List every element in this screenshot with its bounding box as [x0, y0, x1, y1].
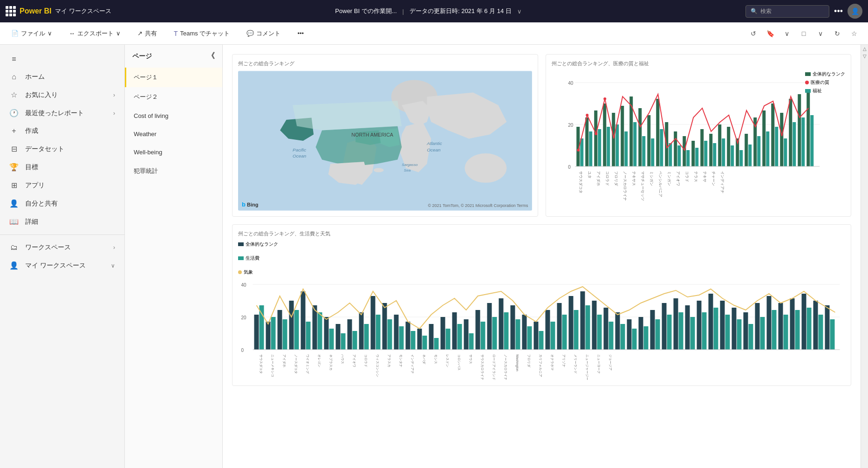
svg-rect-179	[720, 301, 725, 350]
svg-rect-147	[534, 322, 539, 350]
more-icon: •••	[297, 30, 304, 37]
svg-text:テラス: テラス	[694, 171, 698, 182]
more-options-button[interactable]: •••	[294, 28, 308, 39]
file-button[interactable]: 📄 ファイル ∨	[7, 28, 56, 40]
undo-button[interactable]: ↺	[747, 27, 760, 40]
scroll-up-arrow[interactable]: △	[861, 45, 868, 52]
star-icon: ☆	[9, 90, 19, 99]
page-item-wellbeing[interactable]: Well-being	[125, 143, 222, 161]
svg-text:ミシガン: ミシガン	[649, 171, 654, 186]
crime-label: 犯罪統計	[134, 167, 158, 174]
cost-of-living-label: Cost of living	[134, 112, 168, 119]
svg-text:メリーランド: メリーランド	[574, 354, 577, 374]
legend-overall-label: 全体的なランク	[813, 71, 845, 77]
page-item-cost-of-living[interactable]: Cost of living	[125, 107, 222, 125]
sidebar-item-my-workspace[interactable]: 👤 マイ ワークスペース ∨	[0, 256, 124, 275]
svg-rect-137	[476, 310, 480, 350]
map-container[interactable]: Pacific Ocean Atlantic Ocean Sargasso Se…	[238, 71, 532, 211]
sidebar-item-home[interactable]: ⌂ ホーム	[0, 68, 124, 86]
top-right-chart: 全体的なランク 医療の質 福祉 40 20 0	[552, 71, 846, 211]
sidebar-item-datasets[interactable]: ⊟ データセット	[0, 140, 124, 158]
teams-label: Teams でチャット	[180, 29, 230, 38]
svg-text:ハウス: ハウス	[341, 354, 344, 364]
svg-rect-163	[627, 319, 632, 350]
search-box[interactable]: 🔍 検索	[745, 5, 829, 18]
my-workspace-chevron-icon: ∨	[111, 262, 115, 269]
svg-rect-150	[551, 322, 555, 350]
share-button[interactable]: ↗ 共有	[134, 28, 161, 40]
svg-rect-100	[260, 305, 264, 350]
svg-text:アラスカ: アラスカ	[388, 354, 391, 367]
sidebar-create-label: 作成	[25, 127, 38, 135]
sidebar-item-workspace[interactable]: 🗂 ワークスペース ›	[0, 239, 124, 256]
bookmark-chevron[interactable]: ∨	[780, 27, 793, 40]
update-text: データの更新日時: 2021 年 6 月 14 日	[410, 7, 512, 15]
svg-text:カリフォルニア: カリフォルニア	[539, 354, 542, 377]
bottom-overall-label: 全体的なランク	[246, 241, 278, 248]
svg-rect-102	[271, 317, 276, 350]
svg-rect-116	[353, 331, 357, 350]
svg-rect-58	[757, 136, 760, 166]
svg-text:ノースカロライナ: ノースカロライナ	[623, 171, 627, 201]
svg-text:コロラド: コロラド	[364, 354, 368, 367]
svg-rect-41	[683, 136, 686, 166]
page-item-2[interactable]: ページ２	[125, 87, 222, 107]
page-2-label: ページ２	[134, 93, 158, 100]
svg-rect-67	[798, 94, 801, 166]
svg-rect-120	[376, 315, 381, 350]
svg-rect-43	[691, 141, 695, 166]
svg-text:アイオワ: アイオワ	[353, 354, 356, 367]
svg-text:アイダホ: アイダホ	[596, 171, 601, 186]
bottom-chart-panel: 州ごとの総合ランキング、生活費と天気 全体的なランク 生活費 気象	[232, 224, 851, 386]
comment-button[interactable]: 💬 コメント	[243, 28, 284, 40]
bookmark-button[interactable]: 🔖	[764, 27, 777, 40]
svg-rect-187	[767, 296, 772, 350]
refresh-button[interactable]: ↻	[831, 27, 844, 40]
sidebar-item-recent[interactable]: 🕐 最近使ったレポート ›	[0, 104, 124, 122]
avatar[interactable]: 👤	[847, 4, 862, 19]
sidebar-item-apps[interactable]: ⊞ アプリ	[0, 176, 124, 194]
sidebar-item-shared[interactable]: 👤 自分と共有	[0, 194, 124, 213]
trophy-icon: 🏆	[9, 163, 19, 172]
star-button[interactable]: ☆	[847, 27, 861, 40]
avatar-icon: 👤	[851, 7, 859, 15]
svg-rect-21	[594, 110, 597, 166]
sidebar-collapse[interactable]: ≡	[0, 50, 124, 68]
svg-rect-152	[562, 315, 567, 350]
page-item-1[interactable]: ページ１	[125, 68, 222, 87]
bing-watermark: b Bing	[242, 201, 258, 208]
more-icon[interactable]: •••	[834, 7, 843, 16]
legend-medical: 医療の質	[805, 79, 845, 86]
svg-text:フロリダ: フロリダ	[614, 171, 618, 186]
svg-text:ロードアイランド: ロードアイランド	[492, 354, 496, 380]
svg-rect-117	[359, 312, 364, 350]
sidebar-item-goals[interactable]: 🏆 目標	[0, 158, 124, 176]
svg-text:テキサ: テキサ	[703, 171, 707, 182]
export-button[interactable]: ↔ エクスポート ∨	[65, 28, 124, 40]
page-item-weather[interactable]: Weather	[125, 125, 222, 143]
sidebar-item-create[interactable]: + 作成	[0, 122, 124, 140]
svg-rect-135	[464, 319, 469, 350]
sidebar-item-learn[interactable]: 📖 詳細	[0, 213, 124, 231]
svg-rect-195	[813, 301, 818, 350]
sidebar-apps-label: アプリ	[25, 181, 45, 190]
svg-rect-62	[775, 127, 778, 166]
waffle-icon[interactable]	[6, 6, 16, 16]
svg-rect-19	[585, 117, 588, 166]
sidebar-my-workspace-label: マイ ワークスペース	[25, 262, 86, 270]
window-button[interactable]: □	[797, 27, 810, 40]
scroll-down-arrow[interactable]: ▽	[861, 52, 868, 60]
svg-rect-143	[511, 305, 515, 350]
chevron-down-icon[interactable]: ∨	[517, 8, 522, 15]
page-1-label: ページ１	[134, 74, 158, 81]
sidebar-item-favorites[interactable]: ☆ お気に入り ›	[0, 86, 124, 104]
svg-rect-114	[341, 333, 346, 350]
sidebar-goals-label: 目標	[25, 163, 38, 172]
teams-button[interactable]: T Teams でチャット	[170, 28, 233, 40]
collapse-icon[interactable]: 《	[207, 51, 215, 61]
svg-rect-30	[633, 122, 636, 166]
page-item-crime[interactable]: 犯罪統計	[125, 161, 222, 181]
svg-rect-103	[278, 310, 282, 350]
svg-rect-106	[294, 310, 299, 350]
window-chevron[interactable]: ∨	[814, 27, 827, 40]
